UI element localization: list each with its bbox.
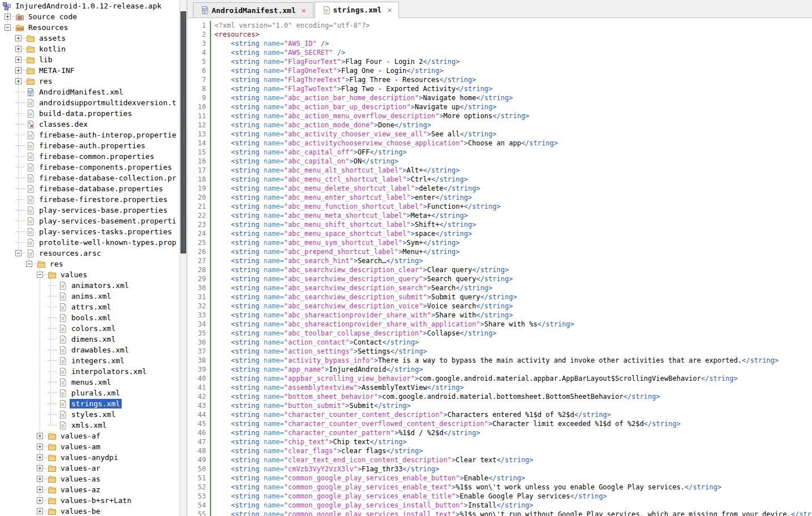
tree-item-label[interactable]: play-services-tasks.properties bbox=[37, 227, 174, 236]
tree-item-label[interactable]: resources.arsc bbox=[37, 248, 103, 258]
tree-item-build-data-properties[interactable]: build-data.properties bbox=[0, 108, 179, 119]
tree-item-res[interactable]: res bbox=[0, 259, 179, 269]
tree-item-label[interactable]: colors.xml bbox=[70, 324, 117, 333]
expand-plus-icon[interactable] bbox=[37, 508, 43, 514]
tree-item-animators-xml[interactable]: animators.xml bbox=[0, 280, 179, 291]
expand-plus-icon[interactable] bbox=[37, 487, 43, 493]
tree-item-label[interactable]: kotlin bbox=[37, 44, 67, 54]
tree-item-label[interactable]: values bbox=[59, 270, 89, 280]
tree-item-label[interactable]: classes.dex bbox=[37, 119, 89, 129]
tree-item-classes-dex[interactable]: classes.dex bbox=[0, 119, 179, 130]
tree-item-integers-xml[interactable]: integers.xml bbox=[0, 355, 179, 366]
tree-item-label[interactable]: values-am bbox=[59, 442, 102, 452]
tree-item-firebase-common-properties[interactable]: firebase-common.properties bbox=[0, 151, 179, 162]
tree-item-values-ar[interactable]: values-ar bbox=[0, 463, 179, 474]
tree-item-firebase-components-properties[interactable]: firebase-components.properties bbox=[0, 162, 179, 173]
tree-item-values[interactable]: values bbox=[0, 269, 179, 280]
tree-item-values-b-sr-latn[interactable]: values-b+sr+Latn bbox=[0, 495, 179, 506]
tree-item-label[interactable]: play-services-base.properties bbox=[37, 205, 169, 215]
expand-plus-icon[interactable] bbox=[15, 78, 22, 84]
tree-item-label[interactable]: menus.xml bbox=[70, 377, 113, 387]
tree-item-dimens-xml[interactable]: dimens.xml bbox=[0, 334, 179, 345]
tree-item-firebase-auth-properties[interactable]: firebase-auth.properties bbox=[0, 140, 179, 151]
file-tree[interactable]: InjuredAndroid-1.0.12-release.apkSource … bbox=[0, 0, 179, 516]
tree-item-meta-inf[interactable]: META-INF bbox=[0, 65, 179, 76]
tree-item-values-be[interactable]: values-be bbox=[0, 506, 179, 516]
tree-item-label[interactable]: firebase-database-collection.pr bbox=[37, 173, 178, 183]
collapse-minus-icon[interactable] bbox=[26, 261, 32, 267]
tree-item-source-code[interactable]: Source code bbox=[0, 11, 179, 22]
tree-item-values-am[interactable]: values-am bbox=[0, 441, 179, 452]
tree-item-firebase-auth-interop-propertie[interactable]: firebase-auth-interop.propertie bbox=[0, 130, 179, 140]
tree-item-label[interactable]: values-ar bbox=[59, 463, 102, 473]
tree-item-play-services-tasks-properties[interactable]: play-services-tasks.properties bbox=[0, 226, 179, 237]
tree-item-label[interactable]: AndroidManifest.xml bbox=[37, 87, 125, 97]
tree-item-label[interactable]: lib bbox=[37, 55, 54, 64]
tree-item-label[interactable]: Source code bbox=[27, 12, 79, 22]
tree-item-label[interactable]: Resources bbox=[27, 23, 70, 32]
tree-item-values-anydpi[interactable]: values-anydpi bbox=[0, 452, 179, 463]
tree-item-assets[interactable]: assets bbox=[0, 33, 179, 44]
tree-item-label[interactable]: bools.xml bbox=[70, 313, 113, 322]
collapse-minus-icon[interactable] bbox=[5, 24, 11, 31]
tree-item-bools-xml[interactable]: bools.xml bbox=[0, 312, 179, 323]
tree-item-label[interactable]: values-anydpi bbox=[59, 453, 120, 462]
expand-plus-icon[interactable] bbox=[5, 14, 11, 20]
tree-item-label[interactable]: firebase-firestore.properties bbox=[37, 195, 169, 204]
tree-item-label[interactable]: integers.xml bbox=[70, 356, 126, 366]
tree-item-label[interactable]: values-be bbox=[59, 506, 102, 516]
tree-item-firebase-firestore-properties[interactable]: firebase-firestore.properties bbox=[0, 194, 179, 205]
tree-item-firebase-database-properties[interactable]: firebase-database.properties bbox=[0, 183, 179, 194]
tree-item-label[interactable]: interpolators.xml bbox=[70, 367, 148, 376]
tree-item-label[interactable]: values-b+sr+Latn bbox=[59, 496, 133, 505]
tree-item-label[interactable]: values-af bbox=[59, 431, 102, 441]
expand-plus-icon[interactable] bbox=[15, 35, 22, 41]
expand-plus-icon[interactable] bbox=[15, 57, 22, 63]
tree-item-interpolators-xml[interactable]: interpolators.xml bbox=[0, 366, 179, 377]
tree-item-injuredandroid-1-0-12-release-apk[interactable]: InjuredAndroid-1.0.12-release.apk bbox=[0, 1, 179, 11]
tree-item-label[interactable]: values-az bbox=[59, 485, 102, 494]
tree-item-label[interactable]: xmls.xml bbox=[70, 420, 109, 430]
tree-item-label[interactable]: firebase-auth-interop.propertie bbox=[37, 130, 178, 140]
code-editor[interactable]: 1234567891011121314151617181920212223242… bbox=[187, 18, 812, 516]
tree-item-label[interactable]: play-services-basement.properti bbox=[37, 216, 178, 226]
tree-scrollbar-thumb[interactable] bbox=[181, 11, 186, 253]
tree-item-play-services-base-properties[interactable]: play-services-base.properties bbox=[0, 205, 179, 216]
tree-item-label[interactable]: firebase-database.properties bbox=[37, 184, 165, 194]
tree-item-resources-arsc[interactable]: resources.arsc bbox=[0, 248, 179, 259]
tree-item-label[interactable]: build-data.properties bbox=[37, 109, 134, 118]
expand-plus-icon[interactable] bbox=[37, 497, 43, 504]
tree-item-label[interactable]: res bbox=[48, 259, 65, 269]
tree-item-values-af[interactable]: values-af bbox=[0, 431, 179, 441]
tree-item-androidsupportmultidexversion-t[interactable]: androidsupportmultidexversion.t bbox=[0, 97, 179, 108]
tree-item-label[interactable]: META-INF bbox=[37, 66, 76, 75]
tree-item-label[interactable]: drawables.xml bbox=[70, 345, 131, 355]
tree-item-label[interactable]: values-as bbox=[59, 474, 102, 484]
tree-item-attrs-xml[interactable]: attrs.xml bbox=[0, 302, 179, 312]
collapse-minus-icon[interactable] bbox=[37, 272, 43, 278]
code-content[interactable]: <?xml version="1.0" encoding="utf-8"?><r… bbox=[211, 21, 812, 516]
tree-item-label[interactable]: attrs.xml bbox=[70, 302, 113, 312]
tree-item-styles-xml[interactable]: styles.xml bbox=[0, 409, 179, 420]
tree-item-menus-xml[interactable]: menus.xml bbox=[0, 377, 179, 388]
tree-item-kotlin[interactable]: kotlin bbox=[0, 44, 179, 54]
expand-plus-icon[interactable] bbox=[15, 67, 22, 74]
tree-item-label[interactable]: firebase-auth.properties bbox=[37, 141, 147, 150]
tree-item-values-as[interactable]: values-as bbox=[0, 474, 179, 484]
tree-item-plurals-xml[interactable]: plurals.xml bbox=[0, 388, 179, 398]
tree-item-xmls-xml[interactable]: xmls.xml bbox=[0, 420, 179, 431]
expand-plus-icon[interactable] bbox=[37, 454, 43, 461]
tree-item-anims-xml[interactable]: anims.xml bbox=[0, 291, 179, 302]
tree-scrollbar[interactable] bbox=[179, 0, 187, 516]
tree-item-label[interactable]: styles.xml bbox=[70, 410, 117, 419]
tree-item-label[interactable]: assets bbox=[37, 33, 67, 43]
tree-item-strings-xml[interactable]: strings.xml bbox=[0, 398, 179, 409]
expand-plus-icon[interactable] bbox=[37, 444, 43, 450]
tree-item-label[interactable]: firebase-common.properties bbox=[37, 152, 156, 161]
tree-item-protolite-well-known-types-prop[interactable]: protolite-well-known-types.prop bbox=[0, 237, 179, 248]
tree-item-label[interactable]: firebase-components.properties bbox=[37, 162, 174, 172]
expand-plus-icon[interactable] bbox=[15, 46, 22, 52]
tree-item-drawables-xml[interactable]: drawables.xml bbox=[0, 345, 179, 355]
expand-plus-icon[interactable] bbox=[37, 465, 43, 471]
tab-strings-xml[interactable]: strings.xml✕ bbox=[315, 2, 399, 18]
